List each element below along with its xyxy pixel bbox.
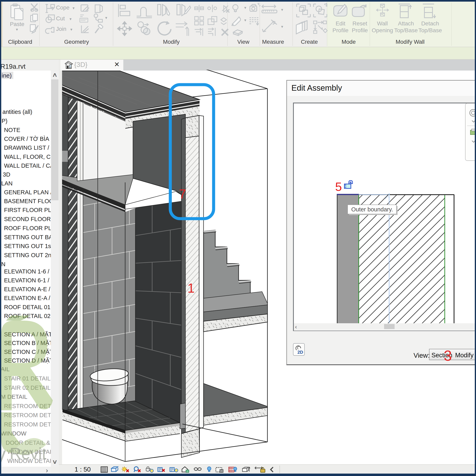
svg-text:1: 1 bbox=[187, 281, 195, 295]
svg-text:Outer boundary.: Outer boundary. bbox=[351, 206, 393, 213]
svg-text:2D: 2D bbox=[297, 350, 303, 355]
svg-text:5: 5 bbox=[335, 180, 342, 193]
svg-text:7: 7 bbox=[179, 187, 186, 201]
